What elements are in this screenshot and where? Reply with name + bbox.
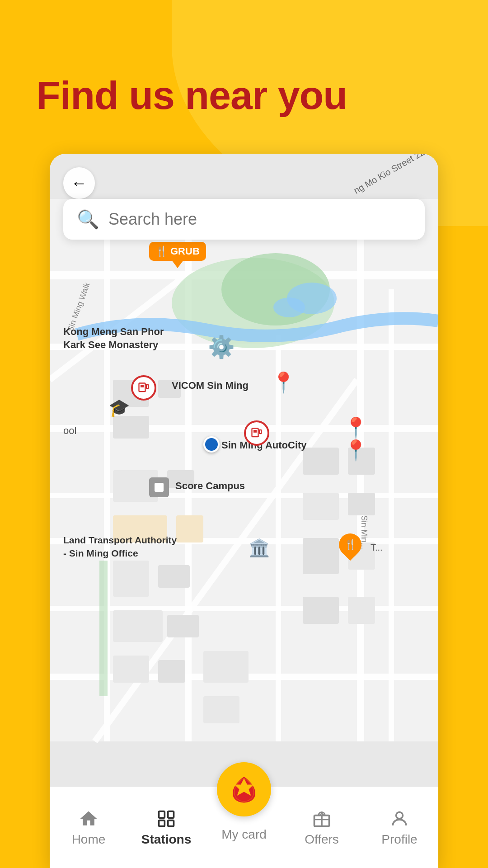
- fuel-icon-2: [250, 427, 263, 439]
- nav-label-home: Home: [72, 832, 106, 847]
- nav-label-my-card: My card: [221, 827, 267, 842]
- svg-rect-31: [158, 660, 185, 683]
- shell-logo-icon: [228, 774, 260, 805]
- profile-icon: [389, 809, 409, 829]
- map-pin-lta[interactable]: 🏛️: [249, 538, 270, 558]
- score-marker-inner: [155, 483, 164, 492]
- svg-rect-36: [303, 493, 339, 520]
- bottom-nav: Home Stations My card gift Offers: [50, 787, 438, 868]
- svg-rect-30: [113, 656, 149, 683]
- svg-rect-48: [146, 385, 149, 388]
- svg-rect-55: [159, 811, 165, 818]
- nav-label-stations: Stations: [141, 832, 191, 847]
- svg-rect-45: [139, 383, 145, 392]
- fuel-pin-2[interactable]: [244, 420, 269, 446]
- svg-rect-58: [168, 820, 174, 826]
- map-card: Sin Ming Walk Sin Min... ← 🔍 ng Mo Kio S…: [50, 154, 438, 868]
- nav-label-profile: Profile: [381, 832, 417, 847]
- svg-rect-29: [167, 615, 199, 637]
- map-pin-monastery[interactable]: ⚙️: [208, 335, 235, 360]
- svg-rect-41: [348, 597, 375, 624]
- svg-rect-26: [113, 561, 149, 597]
- svg-rect-12: [389, 289, 394, 741]
- map-marker-score[interactable]: [149, 477, 169, 497]
- shell-center-button[interactable]: [217, 762, 271, 816]
- svg-rect-38: [303, 538, 339, 574]
- map-pin-right-top[interactable]: 📍: [343, 416, 368, 439]
- map-label-score: Score Campus: [175, 480, 245, 492]
- page-title: Find us near you: [36, 72, 347, 118]
- search-icon: 🔍: [77, 209, 99, 230]
- nav-item-offers[interactable]: gift Offers: [283, 809, 361, 847]
- search-input[interactable]: [108, 210, 411, 229]
- search-bar[interactable]: 🔍: [63, 199, 425, 240]
- header-title-text: Find us near you: [36, 73, 347, 118]
- map-pin-vicom[interactable]: 📍: [271, 371, 296, 394]
- svg-rect-28: [113, 610, 163, 642]
- food-pin-icon-br: 🍴: [344, 539, 357, 551]
- home-icon: [79, 809, 99, 829]
- svg-point-60: [396, 812, 403, 819]
- nav-item-stations[interactable]: Stations: [127, 809, 205, 847]
- grub-pin[interactable]: 🍴 GRUB: [149, 242, 206, 268]
- offers-icon: [312, 809, 332, 829]
- svg-rect-53: [259, 430, 262, 434]
- map-background: Sin Ming Walk Sin Min...: [50, 154, 438, 787]
- food-pin-bottom-right[interactable]: 🍴: [339, 533, 361, 556]
- svg-rect-27: [158, 565, 190, 588]
- grub-pin-arrow: [172, 261, 183, 268]
- svg-rect-33: [203, 696, 239, 723]
- svg-rect-37: [348, 493, 375, 515]
- map-label-vicom: VICOM Sin Ming: [172, 380, 249, 392]
- svg-rect-42: [99, 561, 108, 696]
- back-arrow-icon: ←: [71, 174, 87, 193]
- current-location-dot: [203, 436, 220, 453]
- grub-icon: 🍴: [155, 245, 168, 257]
- svg-rect-46: [141, 385, 144, 387]
- svg-rect-57: [159, 820, 165, 826]
- nav-item-profile[interactable]: Profile: [361, 809, 438, 847]
- svg-rect-10: [276, 335, 281, 741]
- grub-label: 🍴 GRUB: [149, 242, 206, 261]
- svg-rect-20: [113, 416, 149, 439]
- svg-rect-34: [303, 448, 339, 475]
- map-label-partial: T...: [371, 542, 383, 553]
- map-area[interactable]: Sin Ming Walk Sin Min... ← 🔍 ng Mo Kio S…: [50, 154, 438, 787]
- map-label-kong-meng: Kong Meng San PhorKark See Monastery: [63, 326, 194, 351]
- nav-label-offers: Offers: [305, 832, 339, 847]
- svg-rect-32: [203, 651, 249, 683]
- map-label-school: ool: [63, 425, 76, 437]
- nav-item-home[interactable]: Home: [50, 809, 127, 847]
- map-pin-autocity[interactable]: 📍: [343, 439, 368, 462]
- nav-item-my-card[interactable]: My card: [205, 814, 283, 842]
- svg-rect-50: [252, 429, 258, 437]
- food-pin-body-br: 🍴: [334, 529, 366, 561]
- svg-rect-51: [253, 430, 257, 433]
- stations-icon: [156, 809, 176, 829]
- map-label-lta: Land Transport Authority- Sin Ming Offic…: [63, 533, 190, 560]
- fuel-pin-1[interactable]: [131, 375, 156, 401]
- map-pin-school[interactable]: 🎓: [108, 398, 130, 418]
- svg-point-18: [273, 297, 305, 317]
- svg-rect-56: [168, 811, 174, 818]
- fuel-icon-1: [137, 382, 150, 394]
- back-button[interactable]: ←: [63, 167, 95, 199]
- svg-rect-40: [303, 597, 339, 624]
